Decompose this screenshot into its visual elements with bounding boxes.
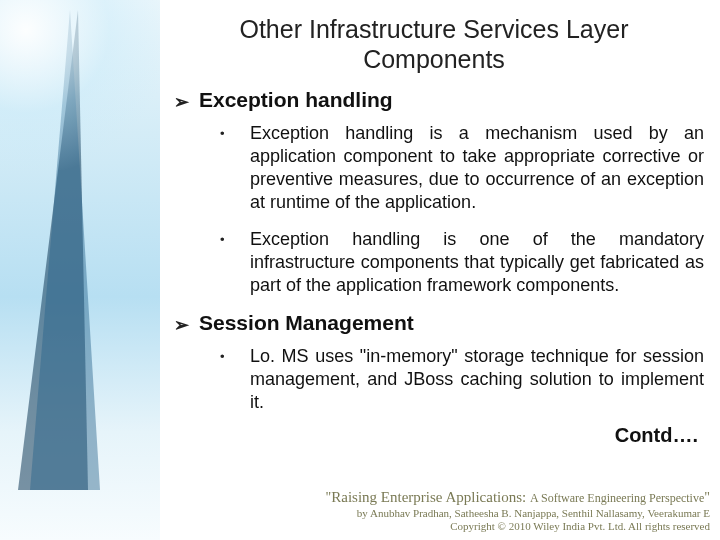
section-heading-text: Exception handling xyxy=(199,88,393,112)
footer-title-sub: A Software Engineering Perspective xyxy=(530,491,704,505)
decorative-sidebar-image xyxy=(0,0,160,540)
list-item: • Exception handling is one of the manda… xyxy=(220,228,704,297)
footer-byline: by Anubhav Pradhan, Satheesha B. Nanjapp… xyxy=(170,507,710,521)
slide-footer: "Raising Enterprise Applications: A Soft… xyxy=(170,488,710,534)
bullet-text: Lo. MS uses "in-memory" storage techniqu… xyxy=(250,345,704,414)
arrow-bullet-icon: ➢ xyxy=(174,316,189,334)
list-item: • Lo. MS uses "in-memory" storage techni… xyxy=(220,345,704,414)
section-heading-text: Session Management xyxy=(199,311,414,335)
bullet-list: • Exception handling is a mechanism used… xyxy=(220,122,704,297)
footer-copyright: Copyright © 2010 Wiley India Pvt. Ltd. A… xyxy=(170,520,710,534)
light-flare xyxy=(0,0,160,170)
bullet-text: Exception handling is a mechanism used b… xyxy=(250,122,704,214)
bullet-dot-icon: • xyxy=(220,345,228,414)
slide-content: Other Infrastructure Services Layer Comp… xyxy=(160,0,720,540)
quote-close: " xyxy=(704,490,710,505)
bullet-dot-icon: • xyxy=(220,122,228,214)
footer-title: "Raising Enterprise Applications: A Soft… xyxy=(170,488,710,507)
arrow-bullet-icon: ➢ xyxy=(174,93,189,111)
bullet-list: • Lo. MS uses "in-memory" storage techni… xyxy=(220,345,704,414)
section-heading-session: ➢ Session Management xyxy=(174,311,704,335)
section-heading-exception: ➢ Exception handling xyxy=(174,88,704,112)
list-item: • Exception handling is a mechanism used… xyxy=(220,122,704,214)
continued-label: Contd…. xyxy=(164,424,704,447)
bullet-dot-icon: • xyxy=(220,228,228,297)
bullet-text: Exception handling is one of the mandato… xyxy=(250,228,704,297)
slide-title: Other Infrastructure Services Layer Comp… xyxy=(188,14,680,74)
footer-title-main: Raising Enterprise Applications: xyxy=(331,489,530,505)
